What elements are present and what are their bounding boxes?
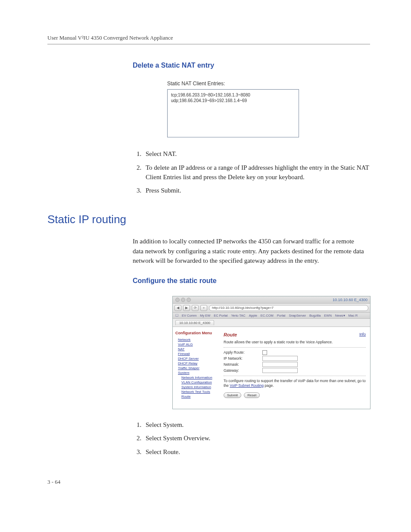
sidebar-title: Configuration Menu (175, 331, 217, 336)
bookmark-item[interactable]: Mac R (349, 314, 358, 317)
window-controls[interactable] (175, 298, 191, 302)
step-item: Select Route. (143, 448, 370, 457)
panel-title-route: Route (224, 332, 366, 337)
sidebar-item-voip-alg[interactable]: VoIP ALG (178, 342, 217, 346)
running-header: User Manual V²IU 4350 Converged Network … (47, 34, 370, 44)
bookmark-item[interactable]: EV Comm (182, 314, 196, 317)
config-main-panel: Info Route Route allows the user to appl… (219, 327, 370, 409)
bookmark-item[interactable]: News▾ (335, 314, 345, 317)
bookmark-item[interactable]: Portal (277, 314, 286, 317)
sidebar-item-system[interactable]: System (178, 371, 217, 375)
submit-button[interactable]: Submit (224, 392, 241, 398)
label-gateway: Gateway: (224, 368, 262, 373)
address-bar[interactable]: http://10.10.10.60/cgi-bin/config?page=7 (209, 305, 368, 311)
netmask-input[interactable] (262, 362, 298, 367)
page-number: 3 - 64 (47, 479, 370, 485)
apply-route-checkbox[interactable] (262, 350, 267, 355)
sidebar-subitem-network-test-tools[interactable]: Network Test Tools (181, 390, 217, 394)
reload-button[interactable]: ⟳ (192, 305, 199, 311)
close-icon[interactable] (175, 298, 180, 302)
static-nat-entries-label: Static NAT Client Entries: (167, 81, 370, 87)
add-button[interactable]: ＋ (200, 305, 207, 311)
sidebar-item-network[interactable]: Network (178, 338, 217, 342)
bookmarks-bar: ☐ EV Comm My EW EC Portal Yerio TAC Appl… (173, 313, 370, 319)
browser-titlebar: 10.10.10.60 E_4300 (173, 296, 370, 304)
heading-configure-static-route: Configure the static route (133, 277, 370, 285)
heading-delete-static-nat: Delete a Static NAT entry (133, 62, 370, 69)
bookmark-item[interactable]: EC.COM (261, 314, 274, 317)
label-netmask: Netmask: (224, 362, 262, 367)
sidebar-item-dhcp-relay[interactable]: DHCP Relay (178, 361, 217, 365)
step-item: Select System. (143, 420, 370, 430)
static-nat-entry[interactable]: tcp;198.66.203.19~80>192.168.1.3~8080 (171, 92, 295, 98)
step-item: To delete an IP address or a range of IP… (143, 163, 370, 182)
minimize-icon[interactable] (181, 298, 185, 302)
sidebar-subitem-system-info[interactable]: System Information (181, 385, 217, 389)
sidebar-item-traffic-shaper[interactable]: Traffic Shaper (178, 366, 217, 370)
bookmark-item[interactable]: SnapServer (289, 314, 306, 317)
embedded-browser-screenshot: 10.10.10.60 E_4300 ◀ ▶ ⟳ ＋ http://10.10.… (172, 296, 371, 409)
info-link[interactable]: Info (359, 332, 366, 336)
static-ip-routing-paragraph: In addition to locally connected IP netw… (133, 236, 365, 266)
heading-static-ip-routing: Static IP routing (47, 213, 370, 226)
step-item: Select System Overview. (143, 434, 370, 443)
voip-subnet-routing-link[interactable]: VoIP Subnet Routing (230, 383, 264, 388)
sidebar-subitem-vlan-config[interactable]: VLAN Configuration (181, 380, 217, 384)
bookmark-item[interactable]: EWN (324, 314, 332, 317)
bookmark-item[interactable]: Yerio TAC (231, 314, 245, 317)
back-button[interactable]: ◀ (174, 305, 181, 311)
bookmark-item[interactable]: My EW (200, 314, 210, 317)
label-apply-route: Apply Route: (224, 350, 262, 355)
forward-button[interactable]: ▶ (183, 305, 190, 311)
config-sidebar: Configuration Menu Network VoIP ALG NAT … (173, 327, 219, 409)
sidebar-subitem-network-info[interactable]: Network Information (181, 376, 217, 380)
step-item: Press Submit. (143, 186, 370, 196)
route-note: To configure routing to support the tran… (224, 379, 366, 388)
gateway-input[interactable] (262, 368, 298, 373)
tab-strip: 10.10.10.60 E_4300 (173, 319, 370, 327)
bookmark-item[interactable]: ☐ (175, 314, 178, 317)
browser-tab[interactable]: 10.10.10.60 E_4300 (175, 320, 214, 325)
divider (224, 347, 366, 348)
label-ip-network: IP Network: (224, 356, 262, 361)
browser-toolbar: ◀ ▶ ⟳ ＋ http://10.10.10.60/cgi-bin/confi… (173, 304, 370, 313)
sidebar-item-nat[interactable]: NAT (178, 347, 217, 351)
sidebar-subitem-route[interactable]: Route (181, 395, 217, 398)
window-title: 10.10.10.60 E_4300 (333, 298, 367, 302)
reset-button[interactable]: Reset (244, 392, 260, 398)
sidebar-item-firewall[interactable]: Firewall (178, 352, 217, 356)
bookmark-item[interactable]: Apple (249, 314, 257, 317)
route-description: Route allows the user to apply a static … (224, 340, 366, 345)
configure-route-steps: Select System. Select System Overview. S… (133, 420, 370, 457)
delete-nat-steps: Select NAT. To delete an IP address or a… (133, 149, 370, 196)
sidebar-item-dhcp-server[interactable]: DHCP Server (178, 357, 217, 361)
static-nat-entry[interactable]: udp;198.66.204.19~69>192.168.1.4~69 (171, 98, 295, 103)
step-item: Select NAT. (143, 149, 370, 159)
static-nat-entries-listbox[interactable]: tcp;198.66.203.19~80>192.168.1.3~8080 ud… (167, 89, 299, 137)
ip-network-input[interactable] (262, 356, 298, 361)
zoom-icon[interactable] (187, 298, 191, 302)
divider (224, 376, 366, 376)
bookmark-item[interactable]: Bugzilla (309, 314, 321, 317)
bookmark-item[interactable]: EC Portal (214, 314, 227, 317)
